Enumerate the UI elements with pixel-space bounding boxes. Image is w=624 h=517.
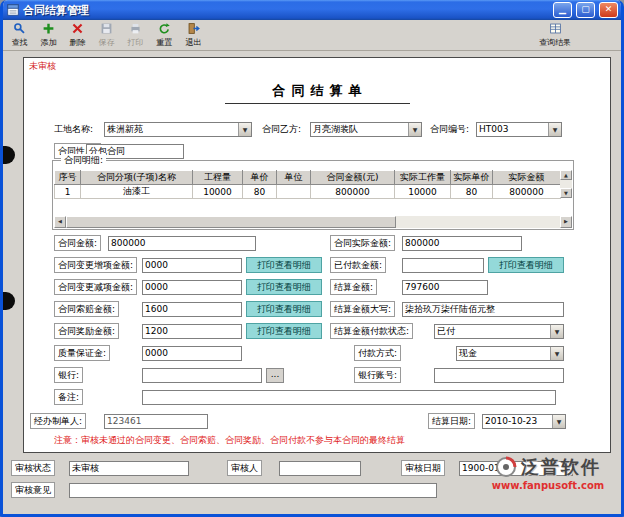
paid-label: 已付款金额: [330, 257, 386, 273]
print-view-paid-button[interactable]: 打印查看明细 [488, 257, 564, 273]
claim-field[interactable]: 1600 [142, 302, 242, 317]
scrollbar-track[interactable] [396, 216, 560, 228]
settle-caps-field[interactable]: 柒拾玖万柒仟陆佰元整 [402, 302, 564, 317]
contract-no-value: HT003 [479, 124, 508, 134]
watermark: 泛普软件 www.fanpusoft.com [481, 455, 615, 491]
party-b-select[interactable]: 月亮湖装队 ▼ [310, 122, 422, 137]
site-name-value: 株洲新苑 [107, 124, 143, 134]
scroll-left-icon[interactable]: ◀ [54, 216, 66, 228]
contract-no-select[interactable]: HT003 ▼ [476, 122, 562, 137]
review-status-field[interactable]: 未审核 [69, 461, 189, 476]
query-result-button[interactable]: 查询结果 [535, 21, 575, 49]
add-label: 添加 [41, 37, 57, 48]
h-scrollbar[interactable]: ◀ ▶ [54, 216, 572, 228]
print-view-change-add-button[interactable]: 打印查看明细 [246, 257, 322, 273]
cell [277, 185, 311, 199]
cell: 800000 [493, 185, 561, 199]
titlebar: 合同结算管理 ▁ ▢ ✕ [3, 0, 621, 20]
header-cell: 合同分项(子项)名称 [81, 171, 193, 185]
change-minus-field[interactable]: 0000 [142, 280, 242, 295]
operator-field[interactable]: 123461 [104, 414, 208, 429]
review-status-label: 审核状态 [11, 460, 55, 476]
delete-icon [71, 22, 84, 37]
window-title: 合同结算管理 [23, 3, 549, 18]
settle-amount-field[interactable]: 797600 [402, 280, 488, 295]
brand-logo-icon [495, 456, 517, 478]
settle-caps-label: 结算金额大写: [330, 301, 395, 317]
paid-field[interactable] [402, 258, 484, 273]
cell: 1 [55, 185, 81, 199]
app-window: 合同结算管理 ▁ ▢ ✕ 查找 添加 删除 保存 打印 重置 [0, 0, 624, 517]
operator-label: 经办制单人: [30, 413, 86, 429]
deposit-field[interactable]: 0000 [142, 346, 242, 361]
bank-account-label: 银行账号: [354, 367, 401, 383]
form-title: 合同结算单 [225, 82, 410, 104]
print-view-reward-button[interactable]: 打印查看明细 [246, 323, 322, 339]
detail-table-header: 序号 合同分项(子项)名称 工程量 单价 单位 合同金额(元) 实际工作量 实际… [55, 171, 561, 185]
change-minus-label: 合同变更减项金额: [54, 279, 137, 295]
amount-field[interactable]: 800000 [108, 236, 256, 251]
bank-account-field[interactable] [434, 368, 564, 383]
contract-no-label: 合同编号: [430, 122, 469, 137]
pay-method-select[interactable]: 现金 ▼ [456, 346, 564, 361]
pay-method-value: 现金 [459, 348, 477, 358]
table-row[interactable]: 1 油漆工 10000 80 800000 10000 80 800000 [55, 185, 561, 199]
scroll-up-icon[interactable]: ▲ [560, 170, 572, 180]
close-button[interactable]: ✕ [599, 2, 618, 18]
header-cell: 实际工作量 [395, 171, 451, 185]
exit-button[interactable]: 退出 [179, 21, 208, 49]
reward-label: 合同奖励金额: [54, 323, 119, 339]
reviewer-label: 审核人 [227, 460, 262, 476]
scrollbar-thumb[interactable] [66, 216, 396, 228]
scroll-down-icon[interactable]: ▼ [560, 188, 572, 198]
chevron-down-icon[interactable]: ▼ [238, 123, 251, 136]
reset-button[interactable]: 重置 [150, 21, 179, 49]
bank-label: 银行: [54, 367, 83, 383]
query-result-icon [549, 22, 562, 37]
chevron-down-icon[interactable]: ▼ [408, 123, 421, 136]
remark-label: 备注: [54, 389, 83, 405]
cell: 10000 [395, 185, 451, 199]
site-name-select[interactable]: 株洲新苑 ▼ [104, 122, 252, 137]
change-add-field[interactable]: 0000 [142, 258, 242, 273]
print-view-claim-button[interactable]: 打印查看明细 [246, 301, 322, 317]
actual-amount-field[interactable]: 800000 [402, 236, 522, 251]
chevron-down-icon[interactable]: ▼ [548, 123, 561, 136]
detail-table: 序号 合同分项(子项)名称 工程量 单价 单位 合同金额(元) 实际工作量 实际… [54, 170, 561, 199]
query-result-label: 查询结果 [539, 37, 571, 48]
chevron-down-icon[interactable]: ▼ [552, 415, 565, 428]
pay-method-label: 付款方式: [354, 345, 401, 361]
header-cell: 工程量 [193, 171, 243, 185]
find-button[interactable]: 查找 [5, 21, 34, 49]
minimize-button[interactable]: ▁ [553, 2, 572, 18]
party-b-value: 月亮湖装队 [313, 124, 358, 134]
scroll-right-icon[interactable]: ▶ [560, 216, 572, 228]
print-view-change-minus-button[interactable]: 打印查看明细 [246, 279, 322, 295]
settle-date-value: 2010-10-23 [485, 416, 537, 426]
print-label: 打印 [128, 37, 144, 48]
actual-amount-label: 合同实际金额: [330, 235, 395, 251]
chevron-down-icon[interactable]: ▼ [550, 325, 563, 338]
settle-date-select[interactable]: 2010-10-23 ▼ [482, 414, 566, 429]
toolbar: 查找 添加 删除 保存 打印 重置 退出 查询结果 [3, 20, 621, 51]
change-add-label: 合同变更增项金额: [54, 257, 137, 273]
remark-field[interactable] [142, 390, 556, 405]
chevron-down-icon[interactable]: ▼ [550, 347, 563, 360]
cell: 800000 [311, 185, 395, 199]
deposit-label: 质量保证金: [54, 345, 110, 361]
maximize-button[interactable]: ▢ [576, 2, 595, 18]
v-scrollbar[interactable]: ▲ ▼ [560, 170, 572, 198]
bank-field[interactable] [142, 368, 262, 383]
pay-status-select[interactable]: 已付 ▼ [434, 324, 564, 339]
amount-label: 合同金额: [54, 235, 101, 251]
delete-button[interactable]: 删除 [63, 21, 92, 49]
save-button[interactable]: 保存 [92, 21, 121, 49]
reviewer-field[interactable] [279, 461, 361, 476]
print-button[interactable]: 打印 [121, 21, 150, 49]
review-opinion-field[interactable] [69, 483, 437, 498]
add-button[interactable]: 添加 [34, 21, 63, 49]
app-icon [6, 3, 20, 17]
bank-picker-button[interactable]: ... [266, 368, 284, 383]
reward-field[interactable]: 1200 [142, 324, 242, 339]
settlement-form-panel: 未审核 合同结算单 工地名称: 株洲新苑 ▼ 合同乙方: 月亮湖装队 ▼ 合同编… [23, 57, 611, 453]
